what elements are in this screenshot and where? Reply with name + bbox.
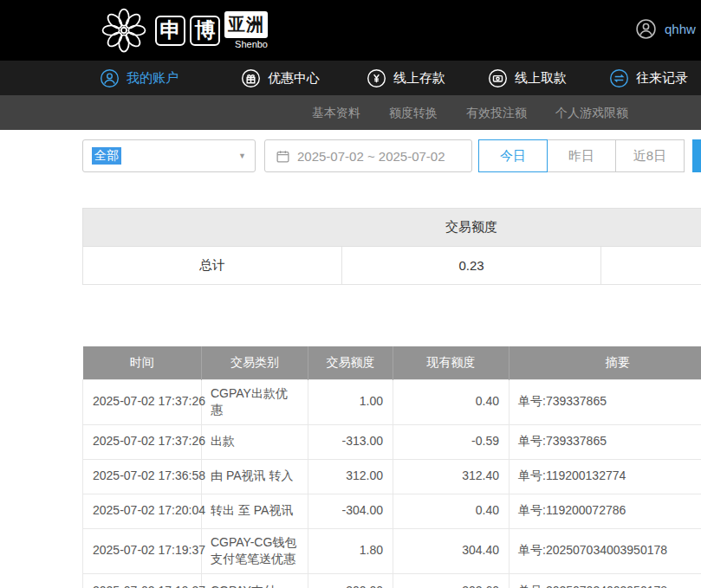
column-header-time: 时间: [83, 346, 202, 379]
cell-balance: -0.59: [393, 424, 510, 459]
logo-char-box: 申: [155, 16, 185, 46]
date-range-value: 2025-07-02 ~ 2025-07-02: [297, 149, 445, 164]
cell-time: 2025-07-02 17:19:37: [83, 528, 202, 573]
nav-item-my-account[interactable]: 我的账户: [100, 61, 178, 95]
cell-balance: 302.60: [393, 573, 510, 588]
cell-amount: 300.00: [308, 573, 393, 588]
chevron-down-icon: ▼: [238, 152, 246, 160]
summary-row: 总计 0.23: [83, 247, 701, 285]
cell-time: 2025-07-02 17:19:37: [83, 573, 202, 588]
subnav-item-basic-info[interactable]: 基本资料: [312, 95, 360, 130]
logo[interactable]: 申 博 亚洲 Shenbo: [97, 6, 268, 55]
table-row: 2025-07-02 17:19:37 CGPAY-CG钱包支付笔笔送优惠 1.…: [83, 528, 701, 573]
transactions-header-row: 时间 交易类别 交易额度 现有额度 摘要: [83, 346, 701, 379]
main-nav: 我的账户 优惠中心 线上存款 线上取款: [0, 61, 701, 95]
nav-item-label: 优惠中心: [268, 70, 320, 87]
cell-memo: 单号:739337865: [510, 379, 701, 424]
user-account-button[interactable]: qhhw: [635, 18, 696, 40]
cell-memo: 单号:202507034003950178: [510, 573, 701, 588]
promo-icon: [241, 68, 261, 88]
cell-time: 2025-07-02 17:37:26: [83, 379, 202, 424]
summary-total-label: 总计: [83, 247, 342, 285]
nav-item-label: 线上取款: [515, 70, 567, 87]
nav-item-label: 我的账户: [127, 70, 178, 87]
cell-time: 2025-07-02 17:37:26: [83, 424, 202, 459]
cell-balance: 0.40: [393, 379, 510, 424]
username: qhhw: [665, 22, 696, 36]
transactions-table: 时间 交易类别 交易额度 现有额度 摘要 2025-07-02 17:37:26…: [82, 346, 701, 588]
cell-time: 2025-07-02 17:36:58: [83, 459, 202, 494]
summary-total-value: 0.23: [342, 247, 601, 285]
cell-memo: 单号:119200132774: [510, 459, 701, 494]
nav-item-transaction-records[interactable]: 往来记录: [609, 61, 688, 95]
table-row: 2025-07-02 17:37:26 出款 -313.00 -0.59 单号:…: [83, 424, 701, 459]
top-header: 申 博 亚洲 Shenbo qhhw: [0, 0, 701, 61]
cell-time: 2025-07-02 17:20:04: [83, 494, 202, 528]
subnav-item-valid-bets[interactable]: 有效投注额: [466, 95, 527, 130]
account-sub-nav: 基本资料 额度转换 有效投注额 个人游戏限额: [0, 95, 701, 130]
cell-amount: 1.80: [308, 528, 393, 573]
cell-balance: 312.40: [393, 459, 510, 494]
date-range-input[interactable]: 2025-07-02 ~ 2025-07-02: [264, 139, 472, 172]
flower-pinwheel-icon: [97, 6, 151, 55]
cell-type: CGPAY出款优惠: [202, 379, 308, 424]
logo-subtitle: Shenbo: [235, 39, 268, 49]
table-row: 2025-07-02 17:37:26 CGPAY出款优惠 1.00 0.40 …: [83, 379, 701, 424]
cell-amount: 1.00: [308, 379, 393, 424]
cell-balance: 304.40: [393, 528, 510, 573]
nav-item-online-withdraw[interactable]: 线上取款: [488, 61, 567, 95]
column-header-balance: 现有额度: [393, 346, 510, 379]
cell-amount: 312.00: [308, 459, 393, 494]
logo-char-box: 博: [190, 16, 220, 46]
quick-range-today-button[interactable]: 今日: [478, 139, 548, 172]
summary-empty-cell: [601, 247, 701, 285]
nav-item-online-deposit[interactable]: 线上存款: [367, 61, 445, 95]
calendar-icon: [276, 149, 290, 164]
deposit-icon: [367, 68, 386, 88]
cell-memo: 单号:202507034003950178: [510, 528, 701, 573]
withdraw-icon: [488, 68, 508, 88]
dropdown-selected-value: 全部: [92, 147, 121, 165]
nav-item-promo-center[interactable]: 优惠中心: [241, 61, 320, 95]
table-row: 2025-07-02 17:19:37 CGPAY支付 300.00 302.6…: [83, 573, 701, 588]
column-header-amount: 交易额度: [308, 346, 393, 379]
quick-range-last8days-button[interactable]: 近8日: [615, 139, 685, 172]
transaction-type-dropdown[interactable]: 全部 ▼: [82, 139, 256, 172]
cell-type: CGPAY支付: [202, 573, 308, 588]
cell-type: 出款: [202, 424, 308, 459]
cell-type: 转出 至 PA视讯: [202, 494, 308, 528]
subnav-item-quota-transfer[interactable]: 额度转换: [389, 95, 438, 130]
cell-type: CGPAY-CG钱包支付笔笔送优惠: [202, 528, 308, 573]
cell-type: 由 PA视讯 转入: [202, 459, 308, 494]
summary-table: 交易额度 总计 0.23: [82, 208, 701, 285]
subnav-item-game-limits[interactable]: 个人游戏限额: [555, 95, 628, 130]
avatar-icon: [635, 18, 657, 40]
cell-amount: -304.00: [308, 494, 393, 528]
cell-memo: 单号:739337865: [510, 424, 701, 459]
account-icon: [100, 68, 120, 88]
cell-memo: 单号:119200072786: [510, 494, 701, 528]
summary-table-title: 交易额度: [83, 209, 701, 247]
column-header-memo: 摘要: [510, 346, 701, 379]
cell-amount: -313.00: [308, 424, 393, 459]
search-button[interactable]: [692, 139, 701, 172]
cell-balance: 0.40: [393, 494, 510, 528]
nav-item-label: 线上存款: [393, 70, 445, 87]
column-header-type: 交易类别: [202, 346, 308, 379]
nav-item-label: 往来记录: [636, 70, 688, 87]
records-icon: [609, 68, 629, 88]
table-row: 2025-07-02 17:20:04 转出 至 PA视讯 -304.00 0.…: [83, 494, 701, 528]
table-row: 2025-07-02 17:36:58 由 PA视讯 转入 312.00 312…: [83, 459, 701, 494]
logo-region-text: 亚洲: [224, 11, 268, 38]
quick-range-yesterday-button[interactable]: 昨日: [547, 139, 616, 172]
